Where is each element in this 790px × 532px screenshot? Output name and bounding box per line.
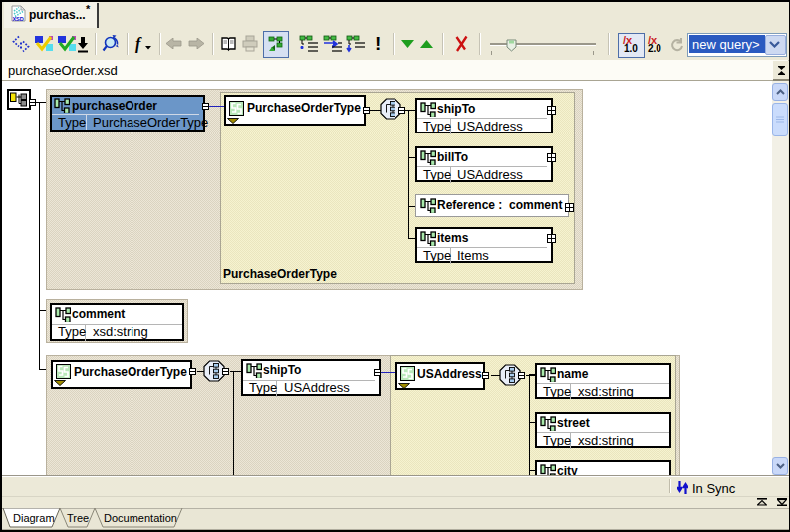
- svg-text:Tree: Tree: [67, 512, 89, 524]
- svg-text:XSD: XSD: [12, 16, 24, 22]
- svg-text:Documentation: Documentation: [104, 512, 177, 524]
- svg-text:Diagram: Diagram: [13, 512, 55, 524]
